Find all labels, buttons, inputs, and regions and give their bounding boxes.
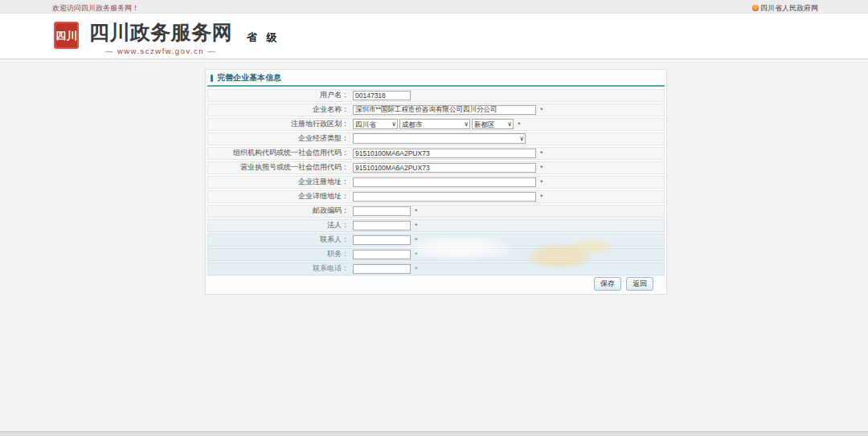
province-select-value: 四川省 xyxy=(355,120,376,128)
username-label: 用户名： xyxy=(208,90,353,100)
row-phone: 联系电话： * xyxy=(207,263,665,275)
detail-address-label: 企业详细地址： xyxy=(208,191,353,202)
legal-person-label: 法人： xyxy=(208,220,353,230)
gov-portal-link-label: 四川省人民政府网 xyxy=(760,4,818,12)
site-seal-logo: 四 川 xyxy=(54,22,79,49)
province-select[interactable]: 四川省∨ xyxy=(353,119,398,129)
gov-portal-link[interactable]: 四川省人民政府网 xyxy=(752,3,818,14)
detail-address-input[interactable] xyxy=(353,192,536,202)
required-mark: * xyxy=(540,178,543,186)
enterprise-info-form: 完善企业基本信息 用户名： 企业名称： * 注册地行政区划： 四川省∨ 成都市∨… xyxy=(205,69,667,295)
district-select-value: 新都区 xyxy=(474,120,495,128)
content-area: 完善企业基本信息 用户名： 企业名称： * 注册地行政区划： 四川省∨ 成都市∨… xyxy=(0,60,868,436)
level-badge: 省 级 xyxy=(247,31,280,45)
required-mark: * xyxy=(540,193,543,201)
site-url: — www.sczwfw.gov.cn — xyxy=(87,47,235,55)
company-name-label: 企业名称： xyxy=(208,104,353,115)
chevron-down-icon: ∨ xyxy=(464,120,469,129)
page: 欢迎访问四川政务服务网！ 四川省人民政府网 四 川 四川政务服务网 — www.… xyxy=(0,0,868,436)
region-label: 注册地行政区划： xyxy=(208,119,353,129)
reg-address-input[interactable] xyxy=(353,177,536,187)
required-mark: * xyxy=(415,251,418,259)
reg-address-label: 企业注册地址： xyxy=(208,177,353,187)
bottom-strip xyxy=(0,431,868,436)
row-economic-type: 企业经济类型： ∨ xyxy=(207,132,665,145)
required-mark: * xyxy=(415,236,418,244)
title-divider xyxy=(207,85,665,87)
site-name: 四川政务服务网 xyxy=(87,19,235,46)
row-license-code: 营业执照号或统一社会信用代码： * xyxy=(207,161,665,174)
row-reg-address: 企业注册地址： * xyxy=(207,176,665,189)
contact-person-label: 联系人： xyxy=(208,234,353,245)
economic-type-label: 企业经济类型： xyxy=(208,133,353,144)
username-input[interactable] xyxy=(353,91,411,100)
row-legal-person: 法人： * xyxy=(207,219,665,232)
row-username: 用户名： xyxy=(207,89,665,102)
postal-code-label: 邮政编码： xyxy=(208,206,353,216)
license-code-label: 营业执照号或统一社会信用代码： xyxy=(208,162,353,173)
seal-char: 川 xyxy=(67,30,78,42)
back-button[interactable]: 返回 xyxy=(626,277,653,291)
contact-person-input[interactable] xyxy=(353,235,411,245)
chevron-down-icon: ∨ xyxy=(507,120,512,129)
form-title-row: 完善企业基本信息 xyxy=(207,72,665,84)
required-mark: * xyxy=(415,222,418,230)
postal-code-input[interactable] xyxy=(353,206,411,216)
top-bar: 欢迎访问四川政务服务网！ 四川省人民政府网 xyxy=(0,0,868,14)
row-position: 职务： * xyxy=(207,248,665,261)
legal-person-input[interactable] xyxy=(353,221,411,230)
row-org-code: 组织机构代码或统一社会信用代码： * xyxy=(207,147,665,160)
required-mark: * xyxy=(540,164,543,172)
position-label: 职务： xyxy=(208,249,353,259)
position-input[interactable] xyxy=(353,250,411,259)
org-code-input[interactable] xyxy=(353,149,536,158)
required-mark: * xyxy=(540,149,543,157)
phone-input[interactable] xyxy=(353,264,411,274)
save-button[interactable]: 保存 xyxy=(594,277,621,291)
form-footer: 保存 返回 xyxy=(207,277,665,291)
row-detail-address: 企业详细地址： * xyxy=(207,190,665,203)
welcome-text: 欢迎访问四川政务服务网！ xyxy=(52,3,139,14)
national-emblem-icon xyxy=(752,5,759,11)
row-company-name: 企业名称： * xyxy=(207,104,665,116)
required-mark: * xyxy=(540,106,543,114)
chevron-down-icon: ∨ xyxy=(391,120,396,129)
form-title: 完善企业基本信息 xyxy=(217,72,281,84)
required-mark: * xyxy=(518,120,521,128)
company-name-input[interactable] xyxy=(353,105,536,115)
row-postal-code: 邮政编码： * xyxy=(207,205,665,218)
economic-type-select[interactable]: ∨ xyxy=(353,133,526,144)
required-mark: * xyxy=(415,207,418,215)
site-header: 四 川 四川政务服务网 — www.sczwfw.gov.cn — 省 级 xyxy=(0,14,868,59)
required-mark: * xyxy=(415,265,418,273)
row-region: 注册地行政区划： 四川省∨ 成都市∨ 新都区∨ * xyxy=(207,118,665,131)
license-code-input[interactable] xyxy=(353,163,536,173)
site-title-block: 四川政务服务网 — www.sczwfw.gov.cn — xyxy=(87,19,235,55)
org-code-label: 组织机构代码或统一社会信用代码： xyxy=(208,148,353,158)
title-bar-icon xyxy=(211,75,213,82)
city-select[interactable]: 成都市∨ xyxy=(399,119,470,129)
chevron-down-icon: ∨ xyxy=(519,134,524,144)
district-select[interactable]: 新都区∨ xyxy=(472,119,514,129)
row-contact-person: 联系人： * xyxy=(207,234,665,247)
phone-label: 联系电话： xyxy=(208,263,353,274)
seal-char: 四 xyxy=(55,30,67,42)
city-select-value: 成都市 xyxy=(402,120,423,128)
